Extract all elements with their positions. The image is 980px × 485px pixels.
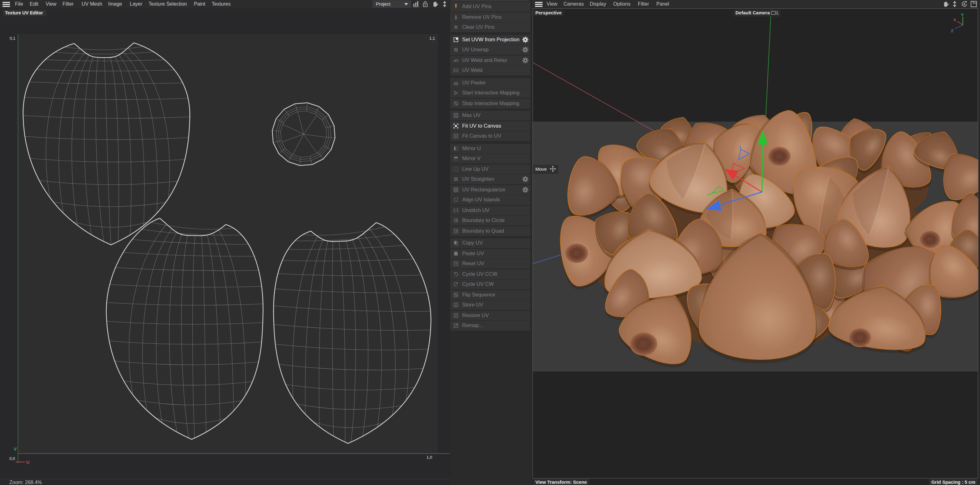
svg-text:U: U	[26, 460, 29, 465]
svg-text:V: V	[14, 447, 17, 452]
svg-text:0,1: 0,1	[10, 36, 15, 41]
svg-text:0,0: 0,0	[10, 456, 15, 461]
svg-text:1,1: 1,1	[430, 36, 435, 41]
svg-text:1,0: 1,0	[426, 455, 432, 460]
